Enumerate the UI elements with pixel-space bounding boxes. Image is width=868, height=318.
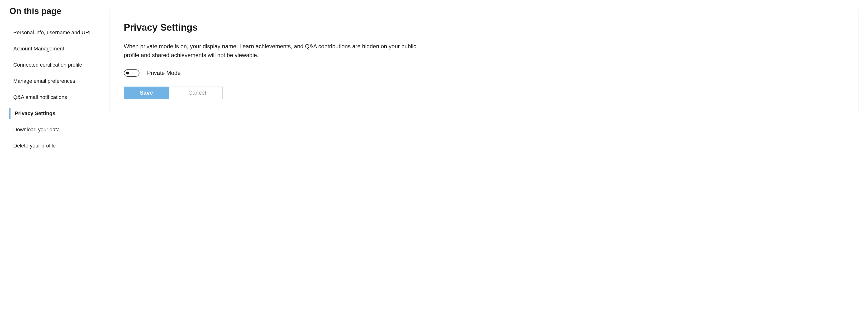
button-row: Save Cancel	[124, 87, 844, 99]
sidebar-nav: Personal info, username and URL Account …	[9, 27, 97, 156]
sidebar-item-manage-email-preferences[interactable]: Manage email preferences	[9, 76, 97, 87]
toggle-knob	[126, 71, 129, 75]
sidebar-title: On this page	[9, 6, 97, 16]
sidebar-item-download-your-data[interactable]: Download your data	[9, 124, 97, 135]
panel-description: When private mode is on, your display na…	[124, 42, 423, 59]
sidebar-item-privacy-settings[interactable]: Privacy Settings	[9, 108, 97, 119]
private-mode-toggle-row: Private Mode	[124, 69, 844, 77]
main-content: Privacy Settings When private mode is on…	[97, 5, 859, 156]
cancel-button[interactable]: Cancel	[172, 87, 223, 99]
private-mode-toggle[interactable]	[124, 69, 140, 77]
privacy-settings-panel: Privacy Settings When private mode is on…	[109, 9, 859, 112]
sidebar-item-account-management[interactable]: Account Management	[9, 43, 97, 54]
private-mode-toggle-label: Private Mode	[147, 70, 181, 76]
sidebar-item-personal-info[interactable]: Personal info, username and URL	[9, 27, 97, 38]
panel-title: Privacy Settings	[124, 22, 844, 33]
sidebar: On this page Personal info, username and…	[9, 5, 97, 156]
sidebar-item-connected-certification[interactable]: Connected certification profile	[9, 59, 97, 70]
save-button[interactable]: Save	[124, 87, 169, 99]
sidebar-item-delete-your-profile[interactable]: Delete your profile	[9, 140, 97, 151]
sidebar-item-qa-email-notifications[interactable]: Q&A email notifications	[9, 92, 97, 103]
